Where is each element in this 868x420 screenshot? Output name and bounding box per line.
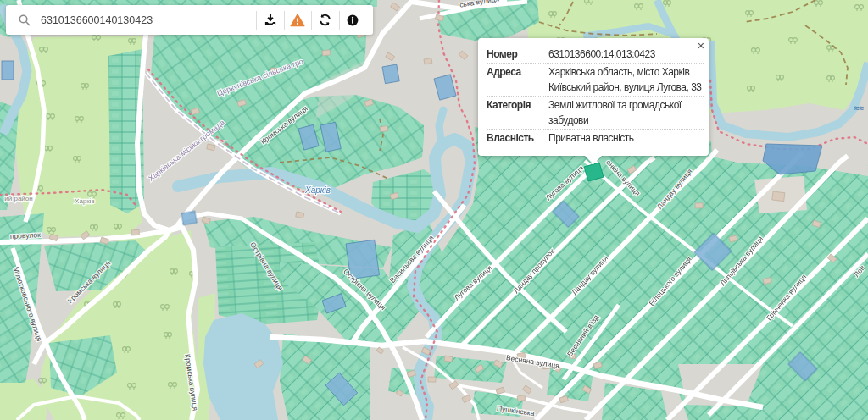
svg-text:ий район: ий район — [4, 195, 32, 202]
svg-text:провулок: провулок — [10, 230, 42, 240]
svg-text:Харків: Харків — [75, 197, 95, 205]
svg-text:≈≈: ≈≈ — [854, 103, 864, 113]
svg-text:Харків: Харків — [304, 185, 331, 195]
